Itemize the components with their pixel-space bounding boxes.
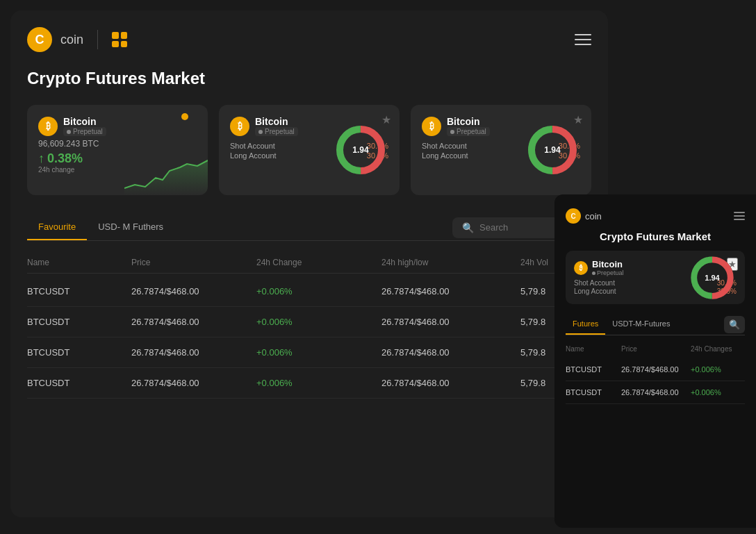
card-bitcoin-1[interactable]: ₿ Bitcoin Prepetual 96,609.243 BTC ↑ 0.3…: [27, 105, 208, 195]
overlay-search-button[interactable]: 🔍: [724, 316, 745, 333]
btc-icon-3: ₿: [422, 117, 441, 136]
card-name-2: Bitcoin: [255, 116, 298, 127]
header: C coin: [27, 27, 591, 52]
card-badge-1: Prepetual: [63, 127, 106, 136]
table-row[interactable]: BTCUSDT 26.7874/$468.00 +0.006% 26.7874/…: [27, 337, 591, 368]
table-row[interactable]: BTCUSDT 26.7874/$468.00 +0.006% 26.7874/…: [27, 307, 591, 337]
overlay-tab-usdt[interactable]: USDT-M-Futures: [605, 314, 677, 335]
overlay-title: Crypto Futures Market: [566, 231, 745, 242]
main-panel: C coin Crypto Futures Market ₿ Bitcoin: [10, 10, 608, 517]
tab-favourite[interactable]: Favourite: [27, 215, 87, 240]
ov-col-price: Price: [621, 345, 691, 353]
overlay-btc-icon: ₿: [574, 261, 588, 275]
overlay-table-header: Name Price 24h Changes: [566, 342, 745, 356]
col-highlow: 24h high/low: [381, 258, 520, 267]
overlay-donut-label: 1.94: [705, 274, 719, 282]
search-icon: 🔍: [462, 222, 474, 233]
col-name: Name: [27, 258, 131, 267]
card-badge-2: Prepetual: [255, 127, 298, 136]
overlay-header: C coin: [566, 208, 745, 224]
card-bitcoin-3[interactable]: ★ ₿ Bitcoin Prepetual Shot Account 30.9%: [411, 105, 591, 195]
col-price: Price: [131, 258, 256, 267]
ov-col-name: Name: [566, 345, 621, 353]
overlay-logo-text: coin: [585, 211, 602, 222]
card-header-1: ₿ Bitcoin Prepetual: [38, 116, 197, 136]
donut-chart-3: 1.94: [525, 122, 580, 178]
ov-col-change: 24h Changes: [691, 345, 739, 353]
overlay-logo: C coin: [566, 208, 602, 224]
table-row[interactable]: BTCUSDT 26.7874/$468.00 +0.006% 26.7874/…: [27, 276, 591, 307]
donut-label-2: 1.94: [352, 145, 368, 155]
table-body: BTCUSDT 26.7874/$468.00 +0.006% 26.7874/…: [27, 276, 591, 399]
overlay-card-name: Bitcoin: [592, 259, 624, 269]
grid-icon: [112, 32, 127, 47]
col-change: 24h Change: [256, 258, 381, 267]
cards-row: ₿ Bitcoin Prepetual 96,609.243 BTC ↑ 0.3…: [27, 105, 591, 195]
logo-icon: C: [27, 27, 52, 52]
logo-text: coin: [60, 33, 83, 47]
logo-area: C coin: [27, 27, 127, 52]
overlay-donut: 1.94: [688, 253, 737, 302]
card-price-1: 96,609.243 BTC: [38, 139, 197, 149]
hamburger-button[interactable]: [575, 34, 591, 45]
overlay-card-badge: Prepetual: [592, 269, 624, 276]
overlay-table-row[interactable]: BTCUSDT 26.7874/$468.00 +0.006%: [566, 358, 745, 381]
card-badge-3: Prepetual: [447, 127, 490, 136]
donut-label-3: 1.94: [544, 145, 560, 155]
donut-chart-2: 1.94: [333, 122, 388, 178]
yellow-dot: [181, 113, 188, 120]
sparkline-svg: [124, 153, 208, 195]
overlay-tabs-row: Futures USDT-M-Futures 🔍: [566, 314, 745, 335]
overlay-card[interactable]: ★ ₿ Bitcoin Prepetual Shot Account 30.9%…: [566, 251, 745, 304]
table-row[interactable]: BTCUSDT 26.7874/$468.00 +0.006% 26.7874/…: [27, 368, 591, 399]
tab-usd-futures[interactable]: USD- M Futhers: [87, 215, 174, 240]
table-header: Name Price 24h Change 24h high/low 24h V…: [27, 252, 591, 274]
btc-icon-1: ₿: [38, 117, 58, 136]
overlay-table-row[interactable]: BTCUSDT 26.7874/$468.00 +0.006%: [566, 381, 745, 404]
card-name-1: Bitcoin: [63, 116, 106, 127]
tabs-row: Favourite USD- M Futhers 🔍: [27, 215, 591, 241]
overlay-panel: C coin Crypto Futures Market ★ ₿ Bitcoin…: [554, 194, 756, 528]
main-tabs: Favourite USD- M Futhers: [27, 215, 174, 240]
page-title: Crypto Futures Market: [27, 69, 591, 88]
card-bitcoin-2[interactable]: ★ ₿ Bitcoin Prepetual Shot Account 30.9%: [219, 105, 400, 195]
overlay-logo-icon: C: [566, 208, 581, 224]
header-divider: [97, 30, 98, 49]
overlay-tab-futures[interactable]: Futures: [566, 314, 605, 335]
overlay-table-body: BTCUSDT 26.7874/$468.00 +0.006% BTCUSDT …: [566, 358, 745, 404]
card-name-3: Bitcoin: [447, 116, 490, 127]
btc-icon-2: ₿: [230, 117, 249, 136]
overlay-tabs: Futures USDT-M-Futures: [566, 314, 677, 335]
overlay-hamburger[interactable]: [734, 212, 745, 220]
